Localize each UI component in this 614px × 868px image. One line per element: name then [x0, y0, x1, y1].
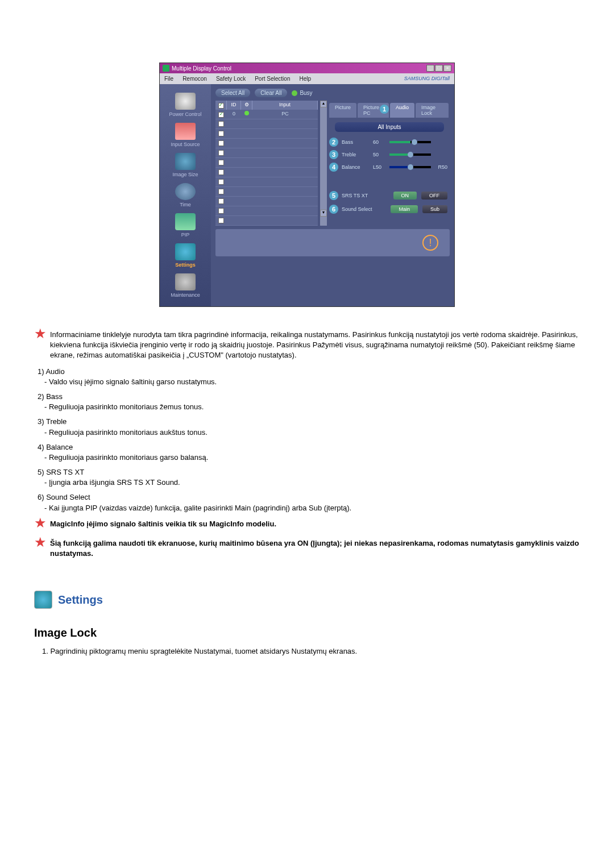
srs-on-button[interactable]: ON [393, 192, 417, 200]
time-icon [175, 183, 196, 200]
sidebar-item-power[interactable]: Power Control [160, 90, 211, 120]
row-checkbox[interactable] [218, 140, 224, 146]
sidebar-item-input[interactable]: Input Source [160, 120, 211, 150]
sidebar-item-pip[interactable]: PIP [160, 210, 211, 240]
callout-2: 2 [329, 138, 338, 147]
menu-file[interactable]: File [160, 74, 178, 83]
sidebar-item-maintenance[interactable]: Maintenance [160, 271, 211, 301]
step-1: 1. Pagrindinių piktogramų meniu spragtel… [42, 646, 580, 657]
sidebar-item-time[interactable]: Time [160, 180, 211, 210]
select-all-button[interactable]: Select All [215, 89, 250, 97]
row-checkbox[interactable] [218, 189, 224, 194]
maximize-button[interactable]: □ [435, 65, 443, 72]
settings-icon [34, 591, 52, 609]
footer-panel: ! [215, 229, 450, 256]
star-icon: ★ [34, 330, 47, 361]
menu-safetylock[interactable]: Safety Lock [211, 74, 250, 83]
callout-3: 3 [329, 150, 338, 159]
tab-audio[interactable]: 1 Audio [390, 103, 414, 118]
info-icon: ! [422, 235, 438, 251]
input-icon [175, 123, 196, 140]
section-title: Settings [58, 592, 103, 608]
busy-indicator: Busy [292, 90, 312, 96]
app-icon [163, 65, 169, 72]
col-status: ⚙ [241, 101, 252, 110]
row-checkbox[interactable] [218, 208, 224, 214]
imagesize-icon [175, 153, 196, 170]
col-input: Input [252, 101, 318, 110]
table-row[interactable] [215, 187, 318, 197]
menubar: File Remocon Safety Lock Port Selection … [160, 73, 454, 84]
table-row[interactable] [215, 139, 318, 148]
row-checkbox[interactable] [218, 179, 224, 185]
table-row[interactable] [215, 119, 318, 129]
row-checkbox[interactable] [218, 169, 224, 175]
tab-picture[interactable]: Picture [329, 103, 356, 118]
close-button[interactable]: × [443, 65, 451, 72]
row-checkbox[interactable] [218, 131, 224, 136]
treble-slider[interactable] [389, 153, 431, 156]
subsection-title: Image Lock [34, 625, 580, 641]
star-icon: ★ [34, 519, 47, 533]
bass-slider[interactable] [389, 141, 431, 143]
note-2: Šią funkciją galima naudoti tik ekranuos… [50, 538, 580, 559]
all-inputs-button[interactable]: All Inputs [335, 122, 444, 132]
table-row[interactable] [215, 206, 318, 216]
table-row[interactable] [215, 148, 318, 158]
callout-5: 5 [329, 191, 338, 200]
note-1: MagicInfo įėjimo signalo šaltinis veikia… [50, 519, 580, 529]
row-checkbox[interactable] [218, 150, 224, 156]
pip-icon [175, 213, 196, 230]
control-balance: 4 Balance L50 R50 [329, 163, 447, 172]
settings-icon [175, 243, 196, 260]
table-row[interactable] [215, 216, 318, 226]
callout-6: 6 [329, 205, 338, 214]
window-title: Multiple Display Control [172, 65, 231, 72]
srs-off-button[interactable]: OFF [421, 192, 447, 200]
scroll-down-icon[interactable]: ▼ [320, 210, 327, 217]
callout-4: 4 [329, 163, 338, 172]
display-table: ID ⚙ Input 0 PC [215, 101, 318, 226]
menu-remocon[interactable]: Remocon [178, 74, 211, 83]
sidebar-item-settings[interactable]: Settings [160, 240, 211, 271]
row-checkbox[interactable] [218, 198, 224, 204]
row-checkbox[interactable] [218, 160, 224, 165]
table-row[interactable] [215, 129, 318, 139]
control-treble: 3 Treble 50 [329, 150, 447, 159]
control-soundselect: 6 Sound Select Main Sub [329, 205, 447, 214]
intro-text: Informaciniame tinklelyje nurodyta tam t… [50, 330, 580, 361]
star-icon: ★ [34, 538, 47, 562]
minimize-button[interactable]: _ [426, 65, 434, 72]
balance-slider[interactable] [389, 166, 431, 168]
sound-main-button[interactable]: Main [391, 205, 418, 213]
item-list: 1) Audio- Valdo visų įėjimo signalo šalt… [38, 367, 580, 513]
menu-help[interactable]: Help [294, 74, 316, 83]
col-id: ID [227, 101, 241, 110]
table-row[interactable] [215, 158, 318, 168]
header-checkbox[interactable] [218, 103, 224, 109]
scrollbar[interactable]: ▲ ▼ [320, 101, 327, 226]
scroll-up-icon[interactable]: ▲ [320, 101, 327, 107]
table-row[interactable] [215, 168, 318, 177]
table-row[interactable] [215, 177, 318, 187]
clear-all-button[interactable]: Clear All [255, 89, 287, 97]
control-bass: 2 Bass 60 [329, 138, 447, 147]
tab-imagelock[interactable]: Image Lock [416, 103, 449, 118]
sidebar-item-imagesize[interactable]: Image Size [160, 150, 211, 180]
menu-portselection[interactable]: Port Selection [250, 74, 294, 83]
brand-label: SAMSUNG DIGITall [400, 74, 454, 83]
row-checkbox[interactable] [218, 218, 224, 223]
col-check [215, 101, 227, 110]
status-dot-icon [244, 111, 249, 115]
table-row[interactable]: 0 PC [215, 110, 318, 119]
table-row[interactable] [215, 197, 318, 206]
app-screenshot: Multiple Display Control _ □ × File Remo… [159, 63, 455, 307]
row-checkbox[interactable] [218, 121, 224, 127]
callout-1: 1 [380, 105, 389, 114]
row-checkbox[interactable] [218, 112, 224, 118]
busy-dot-icon [292, 90, 297, 96]
window-titlebar: Multiple Display Control _ □ × [160, 63, 454, 73]
sidebar: Power Control Input Source Image Size Ti… [160, 84, 211, 306]
power-icon [175, 93, 196, 110]
sound-sub-button[interactable]: Sub [422, 205, 447, 213]
